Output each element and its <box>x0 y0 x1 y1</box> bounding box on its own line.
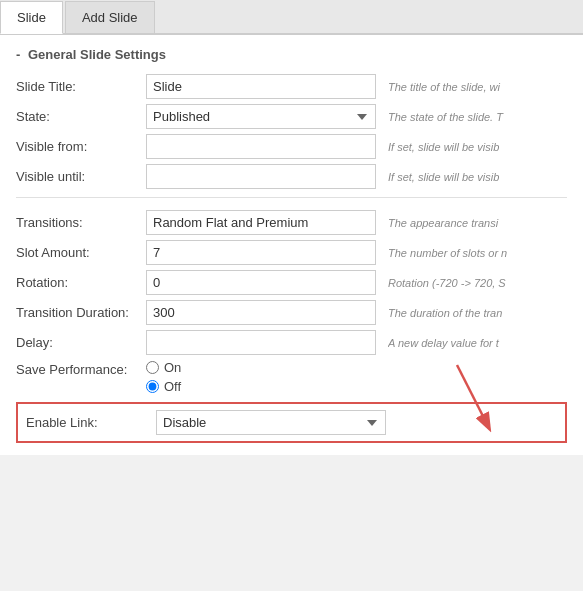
delay-row: Delay: A new delay value for t <box>16 330 567 355</box>
delay-input[interactable] <box>146 330 376 355</box>
visible-until-row: Visible until: If set, slide will be vis… <box>16 164 567 189</box>
slide-title-label: Slide Title: <box>16 75 146 98</box>
tab-bar: Slide Add Slide <box>0 0 583 34</box>
enable-link-label: Enable Link: <box>26 411 156 434</box>
transition-duration-input[interactable] <box>146 300 376 325</box>
divider-1 <box>16 197 567 198</box>
save-performance-on-radio[interactable] <box>146 361 159 374</box>
slide-title-row: Slide Title: The title of the slide, wi <box>16 74 567 99</box>
state-row: State: Published Unpublished Draft The s… <box>16 104 567 129</box>
save-performance-on-text: On <box>164 360 181 375</box>
transition-duration-row: Transition Duration: The duration of the… <box>16 300 567 325</box>
slot-amount-label: Slot Amount: <box>16 241 146 264</box>
rotation-label: Rotation: <box>16 271 146 294</box>
slot-amount-hint: The number of slots or n <box>388 247 567 259</box>
save-performance-options: On Off <box>146 360 376 394</box>
delay-hint: A new delay value for t <box>388 337 567 349</box>
slide-title-hint: The title of the slide, wi <box>388 81 567 93</box>
tab-add-slide[interactable]: Add Slide <box>65 1 155 34</box>
rotation-row: Rotation: Rotation (-720 -> 720, S <box>16 270 567 295</box>
section-prefix: - <box>16 47 20 62</box>
save-performance-off-text: Off <box>164 379 181 394</box>
visible-until-hint: If set, slide will be visib <box>388 171 567 183</box>
tab-slide[interactable]: Slide <box>0 1 63 34</box>
save-performance-off-label[interactable]: Off <box>146 379 376 394</box>
state-label: State: <box>16 105 146 128</box>
visible-from-row: Visible from: If set, slide will be visi… <box>16 134 567 159</box>
transition-duration-label: Transition Duration: <box>16 301 146 324</box>
save-performance-row: Save Performance: On Off <box>16 360 567 394</box>
slot-amount-row: Slot Amount: The number of slots or n <box>16 240 567 265</box>
rotation-hint: Rotation (-720 -> 720, S <box>388 277 567 289</box>
visible-from-label: Visible from: <box>16 135 146 158</box>
visible-until-input[interactable] <box>146 164 376 189</box>
state-hint: The state of the slide. T <box>388 111 567 123</box>
transition-duration-hint: The duration of the tran <box>388 307 567 319</box>
rotation-input[interactable] <box>146 270 376 295</box>
red-arrow <box>437 360 507 440</box>
save-performance-on-label[interactable]: On <box>146 360 376 375</box>
content-area: - General Slide Settings Slide Title: Th… <box>0 34 583 455</box>
section-title: General Slide Settings <box>28 47 166 62</box>
visible-until-label: Visible until: <box>16 165 146 188</box>
transitions-hint: The appearance transi <box>388 217 567 229</box>
enable-link-select[interactable]: Disable Enable <box>156 410 386 435</box>
save-performance-label: Save Performance: <box>16 360 146 381</box>
save-performance-off-radio[interactable] <box>146 380 159 393</box>
state-select[interactable]: Published Unpublished Draft <box>146 104 376 129</box>
slide-title-input[interactable] <box>146 74 376 99</box>
visible-from-hint: If set, slide will be visib <box>388 141 567 153</box>
slot-amount-input[interactable] <box>146 240 376 265</box>
transitions-row: Transitions: The appearance transi <box>16 210 567 235</box>
visible-from-input[interactable] <box>146 134 376 159</box>
svg-line-1 <box>457 365 489 428</box>
delay-label: Delay: <box>16 331 146 354</box>
transitions-label: Transitions: <box>16 211 146 234</box>
section-header: - General Slide Settings <box>16 47 567 62</box>
transitions-input <box>146 210 376 235</box>
